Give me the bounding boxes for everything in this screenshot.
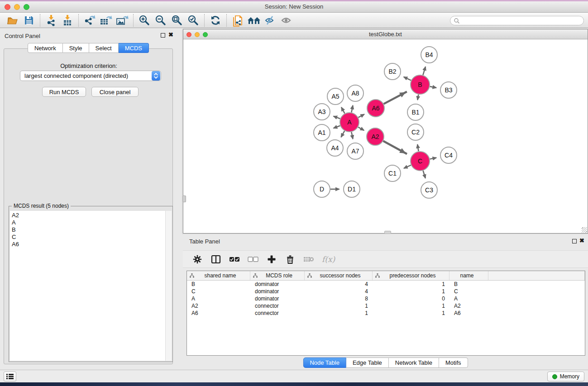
hide-details-button[interactable] — [262, 14, 278, 27]
graph-edge-A-A3[interactable] — [334, 116, 340, 119]
graph-node-B1[interactable]: B1 — [407, 104, 424, 120]
tab-mcds[interactable]: MCDS — [119, 43, 149, 53]
window-resize-grip[interactable] — [582, 227, 587, 233]
cell-shared_name[interactable]: A — [187, 295, 250, 302]
graph-edge-C-C4[interactable] — [430, 158, 437, 159]
graph-edge-A-A6[interactable] — [358, 114, 364, 117]
graph-edge-C-C1[interactable] — [404, 165, 411, 168]
float-panel-icon[interactable] — [161, 33, 165, 38]
mcds-result-item[interactable]: C — [12, 234, 165, 241]
export-table-button[interactable] — [98, 14, 114, 27]
search-input[interactable] — [460, 17, 583, 24]
network-vertical-scroll-thumb[interactable] — [182, 195, 186, 202]
delete-table-button[interactable] — [303, 254, 314, 265]
graph-node-A5[interactable]: A5 — [327, 88, 344, 105]
graph-node-B3[interactable]: B3 — [440, 82, 457, 98]
tab-edge-table[interactable]: Edge Table — [346, 357, 389, 368]
open-session-button[interactable] — [5, 14, 21, 27]
cell-mcds_role[interactable]: dominator — [250, 295, 305, 302]
memory-button[interactable]: Memory — [547, 372, 584, 381]
run-mcds-button[interactable]: Run MCDS — [42, 87, 86, 97]
import-network-button[interactable] — [43, 14, 59, 27]
graph-node-A4[interactable]: A4 — [327, 140, 343, 156]
column-header-name[interactable]: name — [449, 271, 488, 280]
cell-successor_nodes[interactable]: 1 — [305, 303, 373, 309]
cell-shared_name[interactable]: A2 — [187, 303, 250, 309]
graph-node-C2[interactable]: C2 — [407, 124, 424, 140]
graph-node-D1[interactable]: D1 — [344, 181, 360, 197]
mcds-result-item[interactable]: B — [12, 226, 165, 234]
graph-edge-A2-C[interactable] — [383, 141, 407, 154]
close-panel-icon[interactable]: ✖ — [168, 32, 173, 38]
mcds-result-item[interactable]: A6 — [12, 241, 165, 248]
graph-node-A[interactable]: A — [340, 113, 359, 132]
mcds-result-scrollbar[interactable] — [165, 211, 172, 361]
cell-predecessor_nodes[interactable]: 0 — [373, 295, 449, 302]
cell-mcds_role[interactable]: connector — [250, 303, 305, 309]
graph-node-B2[interactable]: B2 — [384, 63, 401, 80]
export-image-button[interactable] — [114, 14, 130, 27]
cell-shared_name[interactable]: C — [187, 288, 250, 295]
zoom-in-button[interactable] — [136, 14, 153, 27]
add-column-button[interactable] — [266, 254, 277, 265]
graph-node-A3[interactable]: A3 — [314, 104, 330, 120]
graph-node-A6[interactable]: A6 — [367, 100, 384, 117]
cell-successor_nodes[interactable]: 8 — [305, 295, 373, 302]
cell-name[interactable]: A2 — [449, 303, 488, 309]
cell-name[interactable]: C — [449, 288, 488, 295]
column-header-mcds-role[interactable]: MCDS role — [250, 271, 305, 280]
graph-edge-B-B2[interactable] — [404, 77, 411, 81]
tab-node-table[interactable]: Node Table — [303, 357, 346, 368]
zoom-fit-button[interactable] — [169, 14, 185, 27]
graph-node-A8[interactable]: A8 — [347, 85, 363, 101]
column-header-shared-name[interactable]: shared name — [187, 271, 250, 280]
graph-node-B4[interactable]: B4 — [421, 47, 437, 63]
network-horizontal-scroll-thumb[interactable] — [384, 231, 391, 234]
export-network-button[interactable] — [81, 14, 98, 27]
graph-node-A1[interactable]: A1 — [314, 124, 330, 141]
graph-node-C4[interactable]: C4 — [440, 147, 457, 163]
save-session-button[interactable] — [21, 14, 37, 27]
graph-edge-B-B3[interactable] — [430, 86, 436, 88]
search-field[interactable] — [450, 16, 584, 25]
graph-node-C3[interactable]: C3 — [421, 182, 437, 198]
cell-mcds_role[interactable]: connector — [250, 310, 305, 316]
table-row[interactable]: Bdominator41B — [187, 281, 585, 288]
refresh-button[interactable] — [207, 14, 224, 27]
cell-name[interactable]: A6 — [449, 310, 488, 316]
table-row[interactable]: Cdominator41C — [187, 288, 585, 295]
graph-edge-A-A8[interactable] — [351, 105, 353, 112]
graph-node-C[interactable]: C — [411, 152, 430, 171]
cell-predecessor_nodes[interactable]: 1 — [373, 288, 449, 295]
show-details-button[interactable] — [278, 14, 295, 27]
graph-node-C1[interactable]: C1 — [384, 165, 401, 181]
column-header-successor-nodes[interactable]: successor nodes — [305, 271, 373, 280]
tab-network-table[interactable]: Network Table — [389, 357, 439, 368]
graph-node-A7[interactable]: A7 — [347, 143, 363, 159]
table-settings-button[interactable] — [192, 254, 203, 265]
criterion-select[interactable]: largest connected component (directed) — [20, 71, 161, 81]
table-row[interactable]: A2connector11A2 — [187, 302, 585, 310]
delete-column-button[interactable] — [285, 254, 296, 265]
network-window-titlebar[interactable]: testGlobe.txt — [183, 29, 588, 39]
cell-predecessor_nodes[interactable]: 1 — [373, 303, 449, 309]
float-panel-icon[interactable] — [572, 239, 577, 243]
cell-name[interactable]: A — [449, 295, 488, 302]
graph-edge-A-A5[interactable] — [341, 107, 344, 114]
graph-edge-C-C2[interactable] — [417, 144, 418, 151]
function-builder-button[interactable]: f(x) — [322, 255, 335, 264]
tab-network[interactable]: Network — [28, 43, 63, 53]
table-row[interactable]: A6connector11A6 — [187, 310, 585, 317]
cell-successor_nodes[interactable]: 4 — [305, 288, 373, 295]
zoom-out-button[interactable] — [153, 14, 169, 27]
close-panel-button[interactable]: Close panel — [91, 87, 139, 97]
graph-edge-A-A1[interactable] — [334, 126, 340, 129]
cell-predecessor_nodes[interactable]: 1 — [373, 281, 449, 287]
graph-edge-C-C3[interactable] — [423, 171, 425, 178]
mcds-result-list[interactable]: A2ABCA6 — [10, 211, 165, 361]
cell-predecessor_nodes[interactable]: 1 — [373, 310, 449, 316]
column-header-predecessor-nodes[interactable]: predecessor nodes — [373, 271, 449, 280]
graph-edge-B-B1[interactable] — [417, 95, 418, 100]
cell-name[interactable]: B — [449, 281, 488, 287]
table-row[interactable]: Adominator80A — [187, 295, 585, 302]
